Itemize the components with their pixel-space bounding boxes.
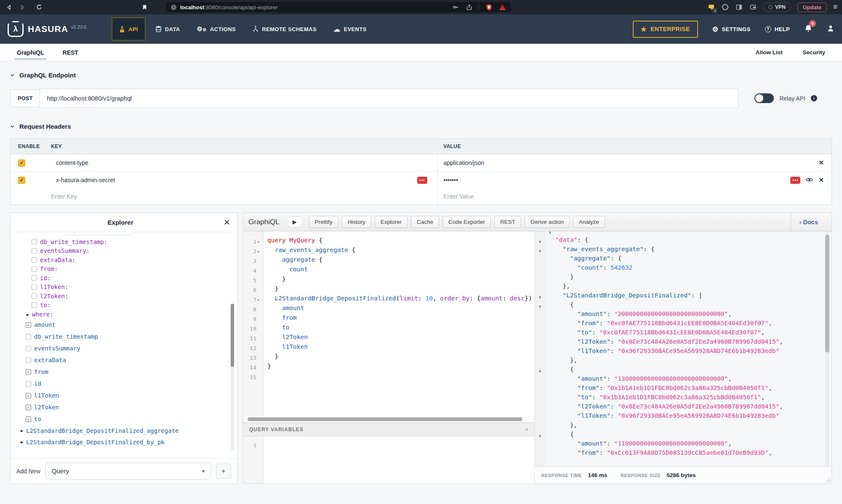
profile-button[interactable] [827,24,834,34]
docs-button[interactable]: ‹ Docs [791,213,826,231]
enterprise-button[interactable]: ★ ENTERPRISE [633,21,698,38]
add-operation-button[interactable]: + [216,464,231,479]
vpn-button[interactable]: VPN [763,3,791,12]
explorer-field[interactable]: ✓l2Token [16,401,237,413]
header-enabled-checkbox[interactable]: ✓ [18,177,25,184]
explorer-collapsed-field[interactable]: ▶L2StandardBridge_DepositFinalized_by_pk [16,436,237,448]
checkbox-icon[interactable] [26,381,31,387]
resize-corner[interactable] [825,477,830,482]
nav-tab-remote-schemas[interactable]: REMOTE SCHEMAS [245,14,324,44]
toolbar-button-analyze[interactable]: Analyze [573,216,605,228]
fold-icon[interactable]: ▼ [535,237,546,247]
checkbox-icon[interactable]: ✓ [26,405,31,410]
tab-rest[interactable]: REST [63,44,78,61]
nav-tab-actions[interactable]: ⚙⚙ ACTIONS [190,14,243,44]
explorer-argument[interactable]: l1Token: [16,283,237,292]
fold-icon[interactable]: ▾ [257,240,261,244]
checkbox-icon[interactable] [26,358,31,363]
header-key-input[interactable]: x-hasura-admin-secret [56,177,115,183]
fold-icon[interactable]: ▼ [535,432,546,441]
graphql-endpoint-section-header[interactable]: GraphQL Endpoint [10,72,832,79]
checkbox-icon[interactable] [32,293,37,299]
nav-tab-events[interactable]: ☁ EVENTS [326,14,374,44]
settings-button[interactable]: ⚙ SETTINGS [712,25,751,33]
request-headers-section-header[interactable]: Request Headers [10,123,832,130]
checkbox-icon[interactable] [32,266,37,272]
toolbar-button-cache[interactable]: Cache [411,216,439,228]
toolbar-button-history[interactable]: History [342,216,371,228]
header-enabled-checkbox[interactable]: ✓ [18,159,25,167]
reload-icon[interactable] [35,3,43,11]
fold-icon[interactable]: ▾ [257,298,261,302]
back-icon[interactable] [5,3,13,11]
site-info-icon[interactable]: i [171,5,176,10]
explorer-field[interactable]: db_write_timestamp [16,331,237,342]
info-icon[interactable]: i [811,95,817,101]
relay-api-toggle[interactable] [754,93,774,103]
explorer-field[interactable]: ✓to [16,413,237,425]
toolbar-button-prettify[interactable]: Prettify [309,216,338,228]
sidebar-icon[interactable] [735,3,743,11]
fold-icon[interactable]: ▼ [535,247,546,256]
explorer-field[interactable]: ✓amount [16,319,237,331]
address-bar[interactable]: i localhost:8080/console/api/api-explore… [166,2,511,12]
fold-icon[interactable]: ▼ [535,367,546,376]
checkbox-icon[interactable] [32,257,37,263]
explorer-argument[interactable]: db_write_timestamp: [16,237,237,247]
response-viewer[interactable]: { "data": { "raw_events_aggregate": { "a… [546,231,832,467]
explorer-argument[interactable]: to: [16,301,237,310]
checkbox-icon[interactable]: ✓ [26,416,31,422]
update-button[interactable]: Update [797,3,827,12]
header-value-input[interactable]: application/json [444,159,485,166]
menu-icon[interactable]: ≡ [833,3,837,11]
close-icon[interactable]: ✕ [224,218,230,227]
hasura-logo[interactable]: λ [8,21,24,37]
operation-type-select[interactable]: Query ▾ [45,463,211,480]
query-variables-editor[interactable]: 1 [243,436,534,483]
explorer-argument[interactable]: from: [16,265,237,274]
notifications-button[interactable]: 8 [804,24,813,34]
explorer-field[interactable]: ✓from [16,366,237,378]
forward-icon[interactable] [19,3,26,11]
checkbox-icon[interactable]: ✓ [26,393,31,398]
header-key-input[interactable]: content-type [56,159,88,166]
execute-query-button[interactable]: ▶ [286,216,303,228]
explorer-collapsed-field[interactable]: ▶L2StandardBridge_DepositFinalized_aggre… [16,425,237,436]
toolbar-button-code-exporter[interactable]: Code Exporter [442,216,491,228]
explorer-argument-where[interactable]: ▶where: [16,310,237,319]
checkbox-icon[interactable] [26,346,31,351]
checkbox-icon[interactable] [32,248,37,254]
resize-handle[interactable]: ▾ [526,427,528,432]
response-scrollbar-thumb[interactable] [825,235,829,353]
header-value-input[interactable]: ••••••• [444,177,458,183]
explorer-argument[interactable]: extraData: [16,255,237,265]
allow-list-link[interactable]: Allow List [756,49,783,56]
checkbox-icon[interactable] [26,334,31,340]
explorer-argument[interactable]: id: [16,273,237,283]
toolbar-button-rest[interactable]: REST [494,216,521,228]
wallet-icon[interactable] [749,3,757,11]
explorer-argument[interactable]: eventsSummary: [16,247,237,256]
remove-header-icon[interactable]: ✕ [818,159,824,167]
explorer-field[interactable]: ✓l1Token [16,390,237,401]
toolbar-button-explorer[interactable]: Explorer [375,216,408,228]
help-button[interactable]: ? HELP [765,26,790,32]
warning-triangle-icon[interactable] [498,3,506,11]
key-icon[interactable] [452,3,459,11]
share-icon[interactable] [465,3,473,11]
toolbar-button-derive-action[interactable]: Derive action [525,216,570,228]
fold-icon[interactable]: ▼ [535,302,546,311]
checkbox-icon[interactable] [32,239,37,244]
nav-tab-data[interactable]: DATA [148,14,187,44]
explorer-field[interactable]: eventsSummary [16,342,237,354]
fold-icon[interactable]: ▼ [535,293,546,302]
checkbox-icon[interactable]: ✓ [26,369,31,375]
explorer-argument[interactable]: l2Token: [16,292,237,301]
explorer-field[interactable]: id [16,378,237,390]
checkbox-icon[interactable]: ✓ [26,322,31,328]
horizontal-scrollbar[interactable] [243,416,534,422]
checkbox-icon[interactable] [32,302,37,308]
checkbox-icon[interactable] [32,275,37,281]
header-value-input[interactable]: Enter Value [444,193,474,200]
graphql-endpoint-input[interactable]: http://localhost:8080/v1/graphql [40,89,738,108]
